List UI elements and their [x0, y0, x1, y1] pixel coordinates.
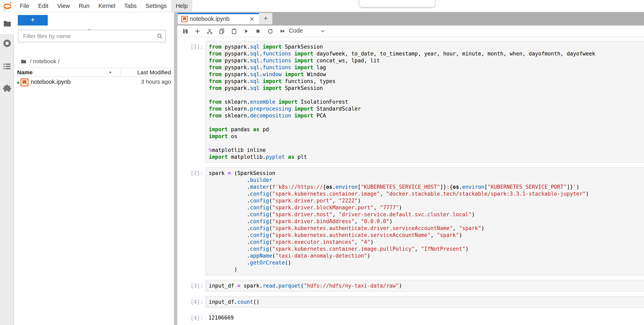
cell-output-prompt: [4]: — [177, 312, 206, 323]
sort-ascending-icon: ▲ — [108, 70, 112, 74]
code-line: import os — [209, 133, 644, 140]
new-tab-button[interactable]: + — [259, 13, 272, 24]
cell-input-prompt: [3]: — [177, 280, 206, 291]
kernel-running-dot — [17, 82, 19, 84]
output-cell: [4]:12106669 — [177, 312, 644, 323]
code-line: from pyspark.sql.window import Window — [209, 71, 644, 78]
code-cell: [4]:input_df.count() — [177, 296, 644, 308]
restart-run-all-icon[interactable] — [280, 28, 286, 35]
cell-code-editor[interactable]: input_df.count() — [206, 296, 644, 308]
code-line: .master(f'k8s://https://{os.environ["KUB… — [209, 183, 644, 190]
code-line: from pyspark.sql import functions, types — [209, 78, 644, 85]
new-launcher-button[interactable]: + — [18, 15, 48, 26]
home-folder-icon[interactable] — [20, 58, 27, 64]
code-line: .config("spark.kubernetes.authenticate.d… — [209, 225, 644, 232]
notebook-cell-area: [1]:from pyspark.sql import SparkSession… — [177, 37, 644, 325]
code-line: .config("spark.driver.blockManager.port"… — [209, 204, 644, 211]
code-line: .config("spark.executor.instances", "4") — [209, 238, 644, 245]
table-of-contents-icon[interactable] — [3, 62, 12, 71]
menu-view[interactable]: View — [53, 0, 74, 12]
code-line: from pyspark.sql import SparkSession — [209, 43, 644, 50]
filter-files-box — [18, 30, 166, 42]
code-line: from sklearn.ensemble import IsolationFo… — [209, 98, 644, 105]
code-line: .config("spark.driver.port", "2222") — [209, 197, 644, 204]
file-row[interactable]: notebook.ipynb 3 hours ago — [14, 77, 174, 88]
menu-tabs[interactable]: Tabs — [120, 0, 141, 12]
cell-code-editor[interactable]: from pyspark.sql import SparkSessionfrom… — [206, 41, 644, 163]
extensions-puzzle-icon[interactable] — [3, 84, 12, 93]
code-line: import pandas as pd — [209, 126, 644, 133]
code-line: ) — [209, 266, 644, 273]
file-browser-folder-icon[interactable] — [3, 19, 12, 28]
filter-files-input[interactable] — [23, 31, 153, 41]
restart-kernel-icon[interactable] — [267, 28, 273, 35]
cell-input-prompt: [2]: — [177, 167, 206, 275]
stop-icon[interactable] — [255, 28, 261, 35]
code-line: .config("spark.kubernetes.container.imag… — [209, 245, 644, 252]
code-line: .config("spark.kubernetes.authenticate.s… — [209, 232, 644, 238]
code-line: from pyspark.sql.functions import lag — [209, 64, 644, 71]
tab-label: notebook.ipynb — [190, 16, 230, 22]
jupyter-logo-icon — [2, 2, 12, 11]
code-line: .config("spark.kubernetes.container.imag… — [209, 190, 644, 197]
close-tab-icon[interactable] — [249, 16, 255, 22]
cell-code-editor[interactable]: input_df = spark.read.parquet("hdfs://hd… — [206, 280, 644, 291]
tab-notebook[interactable]: notebook.ipynb — [178, 13, 259, 24]
github-popup-dialog: github.com — [360, 0, 435, 7]
panel-splitter[interactable] — [174, 12, 177, 325]
cell-output-text: 12106669 — [206, 312, 644, 323]
cell-type-dropdown[interactable]: Code — [289, 27, 327, 36]
code-line: %matplotlib inline — [209, 147, 644, 153]
cell-type-value: Code — [289, 27, 303, 34]
code-line: from sklearn.preprocessing import Standa… — [209, 105, 644, 112]
breadcrumb-path[interactable]: / notebook / — [30, 58, 60, 65]
code-line: .config("spark.driver.bindAddress", "0.0… — [209, 218, 644, 225]
notebook-toolbar: Code — [177, 26, 644, 37]
dock-tab-bar: notebook.ipynb + — [177, 12, 644, 26]
menu-kernel[interactable]: Kernel — [94, 0, 120, 12]
column-header-name[interactable]: Name — [17, 69, 32, 76]
cut-icon[interactable] — [206, 28, 213, 35]
main-dock-panel: notebook.ipynb + — [177, 12, 644, 325]
code-line — [209, 92, 644, 98]
menu-edit[interactable]: Edit — [34, 0, 53, 12]
code-line: input_df.count() — [209, 298, 644, 305]
code-cell: [3]:input_df = spark.read.parquet("hdfs:… — [177, 280, 644, 291]
code-line: from pyspark.sql import SparkSession — [209, 85, 644, 92]
notebook-file-icon — [181, 16, 188, 22]
breadcrumb[interactable]: / notebook / — [14, 58, 174, 67]
code-line: .builder — [209, 177, 644, 183]
run-icon[interactable] — [243, 28, 249, 35]
code-line: 12106669 — [208, 314, 644, 321]
menu-settings[interactable]: Settings — [141, 0, 171, 12]
running-kernels-icon[interactable] — [3, 39, 12, 48]
search-icon — [156, 33, 163, 39]
paste-icon[interactable] — [231, 28, 237, 35]
file-browser-panel: + / notebook / Name ▲ — [14, 12, 174, 325]
menu-help[interactable]: Help — [171, 0, 192, 12]
code-cell: [1]:from pyspark.sql import SparkSession… — [177, 41, 644, 163]
code-line: from sklearn.decomposition import PCA — [209, 112, 644, 119]
file-name[interactable]: notebook.ipynb — [31, 79, 70, 85]
file-modified: 3 hours ago — [141, 79, 171, 85]
code-line: .appName("taxi-data-anomaly-detection") — [209, 252, 644, 259]
jupyterlab-window: File Edit View Run Kernel Tabs Settings … — [0, 0, 644, 325]
column-divider — [120, 69, 120, 76]
code-line: .config("spark.driver.host", "driver-ser… — [209, 211, 644, 218]
chevron-down-icon — [320, 28, 326, 34]
code-line: from pyspark.sql.functions import concat… — [209, 57, 644, 64]
cell-code-editor[interactable]: spark = (SparkSession .builder .master(f… — [206, 167, 644, 275]
column-header-modified[interactable]: Last Modified — [137, 69, 171, 76]
copy-icon[interactable] — [218, 28, 225, 35]
code-cell: [2]:spark = (SparkSession .builder .mast… — [177, 167, 644, 275]
add-cell-icon[interactable] — [194, 28, 201, 35]
code-line: import matplotlib.pyplot as plt — [209, 153, 644, 160]
cell-input-prompt: [1]: — [177, 41, 206, 163]
notebook-file-icon — [20, 78, 28, 87]
menu-file[interactable]: File — [16, 0, 34, 12]
menu-run[interactable]: Run — [74, 0, 94, 12]
activity-bar — [0, 12, 14, 325]
code-line — [209, 119, 644, 126]
save-icon[interactable] — [182, 28, 188, 35]
code-line: .getOrCreate() — [209, 259, 644, 266]
